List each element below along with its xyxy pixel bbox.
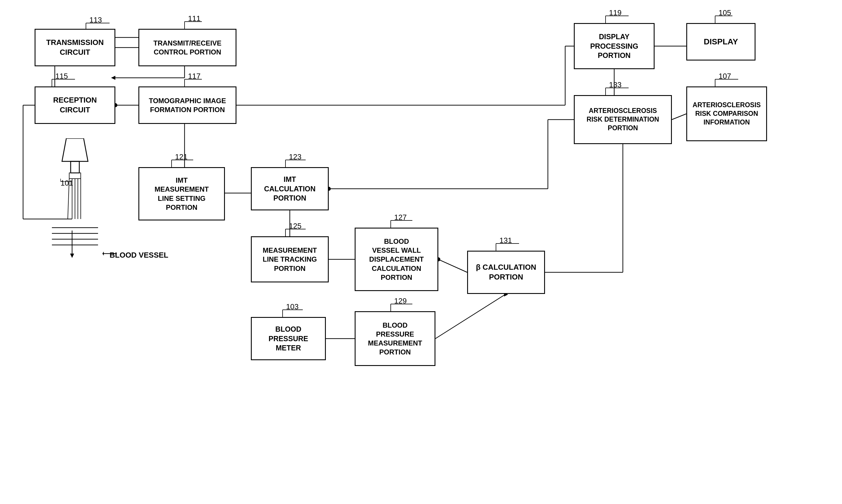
svg-text:129: 129 <box>394 296 407 305</box>
svg-text:117: 117 <box>188 72 200 80</box>
svg-text:125: 125 <box>289 221 301 230</box>
svg-text:127: 127 <box>394 213 407 221</box>
blood-vessel-wall-box: BLOOD VESSEL WALL DISPLACEMENT CALCULATI… <box>355 228 438 291</box>
blood-pressure-meter-box: BLOOD PRESSURE METER <box>251 317 326 360</box>
arteriosclerosis-comparison-box: ARTERIOSCLEROSIS RISK COMPARISON INFORMA… <box>686 87 767 141</box>
svg-rect-98 <box>71 161 79 173</box>
display-processing-box: DISPLAY PROCESSING PORTION <box>574 23 654 69</box>
beta-calculation-label: β CALCULATION PORTION <box>476 263 536 282</box>
blood-pressure-measurement-box: BLOOD PRESSURE MEASUREMENT PORTION <box>355 311 435 366</box>
transmit-receive-label: TRANSMIT/RECEIVE CONTROL PORTION <box>153 39 222 56</box>
imt-measurement-label: IMT MEASUREMENT LINE SETTING PORTION <box>155 176 209 212</box>
transmission-circuit-box: TRANSMISSION CIRCUIT <box>35 29 115 66</box>
tomographic-label: TOMOGRAPHIC IMAGE FORMATION PORTION <box>149 96 226 114</box>
svg-text:107: 107 <box>719 72 731 80</box>
measurement-tracking-box: MEASUREMENT LINE TRACKING PORTION <box>251 236 329 283</box>
svg-marker-97 <box>62 138 88 161</box>
measurement-tracking-label: MEASUREMENT LINE TRACKING PORTION <box>263 246 317 273</box>
blood-pressure-measurement-label: BLOOD PRESSURE MEASUREMENT PORTION <box>368 321 422 357</box>
svg-text:103: 103 <box>286 302 298 311</box>
arteriosclerosis-comparison-label: ARTERIOSCLEROSIS RISK COMPARISON INFORMA… <box>692 101 761 127</box>
svg-marker-110 <box>102 252 104 256</box>
transmit-receive-box: TRANSMIT/RECEIVE CONTROL PORTION <box>138 29 236 66</box>
svg-text:105: 105 <box>719 8 731 17</box>
svg-line-88 <box>672 114 686 120</box>
svg-text:121: 121 <box>175 152 188 161</box>
svg-text:123: 123 <box>289 152 301 161</box>
arteriosclerosis-risk-det-label: ARTERIOSCLEROSIS RISK DETERMINATION PORT… <box>586 107 659 132</box>
display-processing-label: DISPLAY PROCESSING PORTION <box>590 32 638 60</box>
reception-circuit-label: RECEPTION CIRCUIT <box>53 95 97 115</box>
transmission-circuit-label: TRANSMISSION CIRCUIT <box>46 38 104 57</box>
svg-text:111: 111 <box>188 14 200 23</box>
display-label: DISPLAY <box>704 37 738 47</box>
reception-circuit-box: RECEPTION CIRCUIT <box>35 87 115 124</box>
imt-calculation-label: IMT CALCULATION PORTION <box>264 175 316 203</box>
blood-vessel-wall-label: BLOOD VESSEL WALL DISPLACEMENT CALCULATI… <box>369 237 424 282</box>
probe-drawing <box>43 138 107 259</box>
diagram: 113 111 115 117 121 123 125 127 103 <box>0 0 842 504</box>
svg-text:119: 119 <box>609 8 621 17</box>
svg-line-79 <box>435 294 506 339</box>
svg-marker-49 <box>111 76 115 80</box>
blood-vessel-arrow <box>102 248 120 259</box>
svg-text:131: 131 <box>499 236 512 245</box>
svg-text:133: 133 <box>609 80 621 89</box>
svg-text:115: 115 <box>55 72 68 80</box>
imt-calculation-box: IMT CALCULATION PORTION <box>251 167 329 210</box>
beta-calculation-box: β CALCULATION PORTION <box>467 251 545 294</box>
svg-line-74 <box>438 259 467 272</box>
blood-pressure-meter-label: BLOOD PRESSURE METER <box>268 324 308 353</box>
tomographic-box: TOMOGRAPHIC IMAGE FORMATION PORTION <box>138 87 236 124</box>
display-box: DISPLAY <box>686 23 755 60</box>
imt-measurement-box: IMT MEASUREMENT LINE SETTING PORTION <box>138 167 225 220</box>
svg-text:113: 113 <box>89 16 102 24</box>
arteriosclerosis-risk-det-box: ARTERIOSCLEROSIS RISK DETERMINATION PORT… <box>574 95 672 144</box>
probe-ref-line <box>56 177 73 186</box>
